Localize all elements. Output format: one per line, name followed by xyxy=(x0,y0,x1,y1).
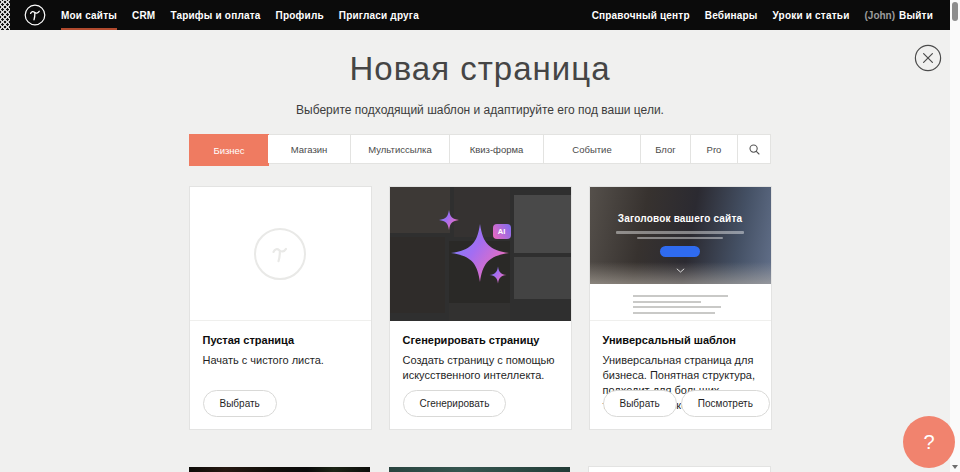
tab-search[interactable] xyxy=(738,135,770,163)
template-card-partial[interactable] xyxy=(389,467,570,472)
hero-cta-button xyxy=(660,246,700,257)
nav-my-sites[interactable]: Мои сайты xyxy=(61,0,117,30)
scrollbar-thumb[interactable] xyxy=(952,2,958,21)
tilda-mark-icon xyxy=(265,239,295,269)
nav-lessons-articles[interactable]: Уроки и статьи xyxy=(773,0,850,30)
nav-crm[interactable]: CRM xyxy=(132,0,155,30)
universal-template-preview: Заголовок вашего сайта xyxy=(590,187,771,321)
template-cards-row: Пустая страница Начать с чистого листа. … xyxy=(190,187,771,429)
main-nav: Мои сайты CRM Тарифы и оплата Профиль Пр… xyxy=(61,0,419,30)
tab-quiz-form[interactable]: Квиз-форма xyxy=(450,135,544,163)
nav-help-center[interactable]: Справочный центр xyxy=(592,0,690,30)
topbar: Мои сайты CRM Тарифы и оплата Профиль Пр… xyxy=(0,0,950,30)
tab-blog[interactable]: Блог xyxy=(641,135,691,163)
ai-preview-collage: AI xyxy=(390,187,571,321)
sparkle-icon xyxy=(390,187,571,321)
template-card-partial[interactable] xyxy=(589,467,770,472)
search-icon xyxy=(749,144,760,155)
edge-pattern-decoration xyxy=(0,0,10,30)
nav-profile[interactable]: Профиль xyxy=(276,0,324,30)
template-text-section xyxy=(590,284,771,320)
generate-button[interactable]: Сгенерировать xyxy=(403,390,507,417)
card-description: Начать с чистого листа. xyxy=(203,353,358,368)
secondary-nav: Справочный центр Вебинары Уроки и статьи… xyxy=(592,0,933,30)
page-subtitle: Выберите подходящий шаблон и адаптируйте… xyxy=(0,103,960,117)
blank-page-preview xyxy=(190,187,371,321)
close-button[interactable] xyxy=(914,44,942,72)
template-card-partial[interactable] xyxy=(189,467,370,472)
template-category-tabs: Бизнес Магазин Мультиссылка Квиз-форма С… xyxy=(189,134,771,164)
choose-button[interactable]: Выбрать xyxy=(203,390,277,417)
close-icon xyxy=(914,44,942,72)
tab-event[interactable]: Событие xyxy=(544,135,641,163)
scrollbar-down-arrow-icon[interactable] xyxy=(952,465,958,469)
preview-button[interactable]: Посмотреть xyxy=(681,390,770,417)
tab-store[interactable]: Магазин xyxy=(268,135,351,163)
template-hero-heading: Заголовок вашего сайта xyxy=(590,187,771,224)
choose-button[interactable]: Выбрать xyxy=(603,390,677,417)
scrollbar[interactable] xyxy=(950,0,960,472)
tilda-mark-circle xyxy=(254,228,306,280)
card-title: Сгенерировать страницу xyxy=(403,334,558,346)
hero-text-line xyxy=(637,237,723,240)
tab-multilink[interactable]: Мультиссылка xyxy=(351,135,450,163)
tab-pro[interactable]: Pro xyxy=(691,135,738,163)
tilda-logo-icon[interactable] xyxy=(24,4,46,26)
help-button[interactable]: ? xyxy=(903,416,955,468)
template-card-universal[interactable]: Заголовок вашего сайта xyxy=(590,187,771,429)
logout-link[interactable]: Выйти xyxy=(899,0,933,30)
nav-invite-friend[interactable]: Пригласи друга xyxy=(339,0,419,30)
nav-plans-payment[interactable]: Тарифы и оплата xyxy=(170,0,260,30)
chevron-down-icon xyxy=(590,259,771,277)
card-title: Пустая страница xyxy=(203,334,358,346)
template-hero-section: Заголовок вашего сайта xyxy=(590,187,771,284)
template-card-ai-generate[interactable]: AI Сгенерировать страницу Создать страни… xyxy=(390,187,571,429)
new-page-modal: Новая страница Выберите подходящий шабло… xyxy=(0,0,960,429)
tab-business[interactable]: Бизнес xyxy=(189,134,269,166)
nav-webinars[interactable]: Вебинары xyxy=(705,0,758,30)
user-session: (John) Выйти xyxy=(864,0,933,30)
question-icon: ? xyxy=(923,431,934,454)
template-card-blank-page[interactable]: Пустая страница Начать с чистого листа. … xyxy=(190,187,371,429)
ai-badge: AI xyxy=(493,224,511,239)
card-title: Универсальный шаблон xyxy=(603,334,758,346)
card-description: Создать страницу с помощью искусственног… xyxy=(403,353,558,383)
user-name: (John) xyxy=(864,10,895,21)
next-template-row xyxy=(189,467,770,472)
hero-text-line xyxy=(616,231,744,234)
